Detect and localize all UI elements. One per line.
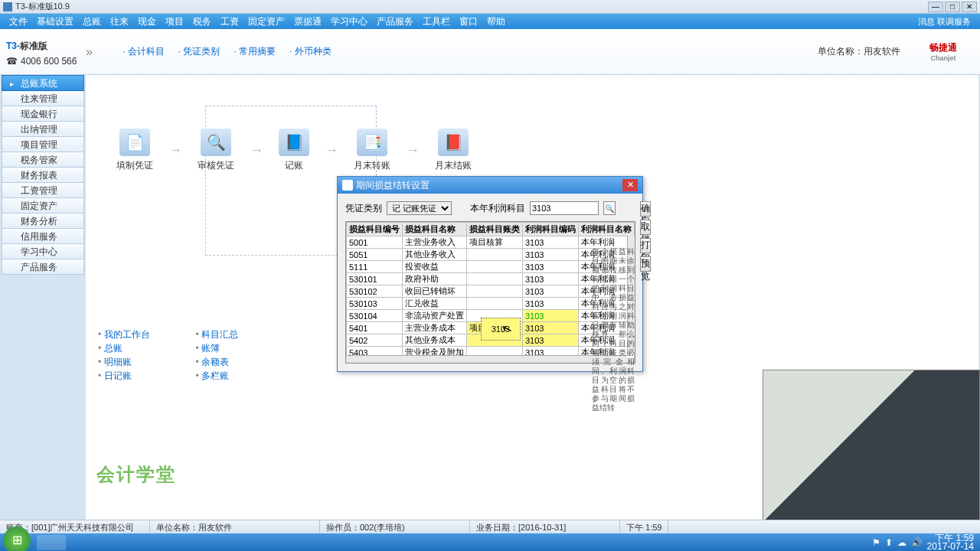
menu-learn[interactable]: 学习中心 — [326, 15, 372, 28]
menu-ar[interactable]: 往来 — [106, 15, 133, 28]
audit-icon: 🔍 — [201, 129, 231, 156]
link-balance[interactable]: 余额表 — [196, 355, 239, 369]
status-operator: 操作员：002(李培培) — [320, 520, 470, 533]
link-journal[interactable]: 日记账 — [98, 369, 150, 383]
link-detail[interactable]: 明细账 — [98, 355, 150, 369]
select-voucher-type[interactable]: 记 记账凭证 — [387, 201, 452, 215]
input-profit-subject[interactable] — [530, 201, 599, 215]
tray-icon[interactable]: ⚑ — [872, 537, 880, 548]
dialog-title: 期间损益结转设置 — [356, 179, 430, 192]
tray-icon[interactable]: 🔊 — [911, 537, 923, 548]
flow-node-audit[interactable]: 🔍审核凭证 — [198, 129, 234, 172]
sidebar-item-tax[interactable]: 税务管家 — [2, 152, 84, 168]
windows-taskbar: ⊞ ⚑ ⬆ ☁ 🔊 下午 1:592017-07-14 — [0, 533, 980, 551]
flow-node-close[interactable]: 📕月末结账 — [435, 129, 472, 172]
label-profit-subject: 本年利润科目 — [470, 202, 525, 215]
webcam-overlay — [763, 370, 980, 533]
scrollbar-horizontal[interactable] — [346, 355, 627, 363]
sidebar-item-gl[interactable]: 总账系统 — [2, 75, 84, 91]
menu-basic[interactable]: 基础设置 — [32, 15, 78, 28]
link-my-desk[interactable]: 我的工作台 — [98, 328, 150, 341]
table-header[interactable]: 损益科目账类 — [467, 223, 523, 236]
sidebar-item-fa[interactable]: 固定资产 — [2, 197, 84, 214]
window-titlebar: T3-标准版10.9 — □ ✕ — [0, 0, 980, 14]
sidebar-item-cashier[interactable]: 出纳管理 — [2, 121, 84, 137]
start-button[interactable]: ⊞ — [3, 527, 31, 552]
chanjet-logo: 畅捷通Chanjet — [916, 40, 971, 64]
table-header[interactable]: 利润科目编码 — [523, 223, 579, 236]
menu-project[interactable]: 项目 — [161, 15, 188, 28]
menu-product[interactable]: 产品服务 — [372, 15, 418, 28]
voucher-icon: 📄 — [119, 129, 150, 156]
menu-window[interactable]: 窗口 — [455, 15, 482, 28]
transfer-icon: 📑 — [357, 129, 387, 156]
tray-clock[interactable]: 下午 1:592017-07-14 — [927, 534, 974, 551]
post-icon: 📘 — [279, 129, 309, 156]
link-subj-summary[interactable]: 科目汇总 — [196, 328, 239, 341]
menu-bar: 文件 基础设置 总账 往来 现金 项目 税务 工资 固定资产 票据通 学习中心 … — [0, 14, 980, 29]
menu-tax[interactable]: 税务 — [188, 15, 216, 28]
quicklink-vouchertype[interactable]: · 凭证类别 — [178, 45, 220, 58]
dialog-period-pl-transfer: 期间损益结转设置 ✕ 凭证类别 记 记账凭证 本年利润科目 🔍 损益科目编号损益… — [337, 176, 643, 372]
quicklink-currency[interactable]: · 外币种类 — [289, 45, 332, 58]
sidebar-item-analysis[interactable]: 财务分析 — [2, 213, 84, 229]
link-gl[interactable]: 总账 — [98, 341, 150, 355]
phone-icon: ☎ — [6, 56, 18, 67]
close-button[interactable]: ✕ — [962, 2, 977, 12]
table-header[interactable]: 损益科目编号 — [347, 223, 403, 236]
quicklink-subjects[interactable]: · 会计科目 — [122, 45, 165, 58]
menu-bill[interactable]: 票据通 — [289, 15, 326, 28]
table-header[interactable]: 损益科目名称 — [403, 223, 467, 236]
taskbar-button[interactable] — [37, 535, 66, 550]
sidebar-item-credit[interactable]: 信用服务 — [2, 228, 84, 244]
link-books[interactable]: 账簿 — [196, 341, 239, 355]
maximize-button[interactable]: □ — [945, 2, 960, 12]
company-label: 单位名称：用友软件 — [818, 45, 900, 58]
flow-node-transfer[interactable]: 📑月末转账 — [354, 129, 390, 172]
system-tray[interactable]: ⚑ ⬆ ☁ 🔊 下午 1:592017-07-14 — [872, 534, 980, 551]
arrow-icon: → — [406, 142, 420, 158]
ok-button[interactable]: 确定 — [640, 201, 651, 217]
brand-logo: T3-标准版 — [6, 37, 80, 53]
tray-icon[interactable]: ☁ — [897, 537, 906, 548]
print-button[interactable]: 打印 — [640, 238, 651, 253]
tray-icon[interactable]: ⬆ — [885, 537, 893, 548]
window-title: T3-标准版10.9 — [15, 1, 928, 12]
menu-toolbar[interactable]: 工具栏 — [418, 15, 455, 28]
dialog-help-text: 每个损益科目的期末余额都转移到与其同一个的利润科目中。若损益科目与之对应的利润科… — [592, 247, 635, 412]
status-company: 单位名称：用友软件 — [150, 520, 320, 533]
sidebar-item-report[interactable]: 财务报表 — [2, 167, 84, 183]
status-bar: 账套：[001]广州天天科技有限公司 单位名称：用友软件 操作员：002(李培培… — [0, 520, 980, 533]
menu-fa[interactable]: 固定资产 — [243, 15, 289, 28]
menu-file[interactable]: 文件 — [5, 15, 32, 28]
dialog-titlebar[interactable]: 期间损益结转设置 ✕ — [338, 177, 642, 194]
minimize-button[interactable]: — — [928, 2, 943, 12]
menu-cash[interactable]: 现金 — [133, 15, 161, 28]
quicklink-summary[interactable]: · 常用摘要 — [234, 45, 276, 58]
sidebar-item-learn[interactable]: 学习中心 — [2, 243, 84, 259]
link-multi[interactable]: 多栏账 — [196, 369, 239, 383]
table-edit-cell[interactable]: 3103 — [481, 318, 521, 341]
sidebar-item-product[interactable]: 产品服务 — [2, 259, 84, 275]
watermark: 会计学堂 — [96, 462, 176, 487]
sidebar-item-cash[interactable]: 现金银行 — [2, 106, 84, 122]
support-phone: ☎4006 600 566 — [6, 56, 80, 67]
arrow-icon: → — [325, 142, 338, 158]
sidebar-item-ar[interactable]: 往来管理 — [2, 90, 84, 106]
flow-node-create[interactable]: 📄填制凭证 — [116, 129, 153, 172]
sidebar-item-project[interactable]: 项目管理 — [2, 136, 84, 152]
dialog-close-button[interactable]: ✕ — [622, 179, 638, 191]
nav-collapse-icon[interactable]: » — [86, 45, 100, 59]
flow-node-post[interactable]: 📘记账 — [279, 129, 309, 172]
sidebar-item-salary[interactable]: 工资管理 — [2, 182, 84, 198]
lookup-button[interactable]: 🔍 — [603, 201, 616, 215]
preview-button[interactable]: 预览 — [640, 256, 651, 272]
menu-help[interactable]: 帮助 — [482, 15, 510, 28]
menu-salary[interactable]: 工资 — [216, 15, 243, 28]
menu-gl[interactable]: 总账 — [78, 15, 106, 28]
cancel-button[interactable]: 取消 — [640, 220, 651, 235]
table-header[interactable]: 利润科目名称 — [579, 223, 635, 236]
menu-right-links[interactable]: 消息 联调服务 — [913, 16, 975, 28]
bottom-links: 我的工作台 总账 明细账 日记账 科目汇总 账簿 余额表 多栏账 — [98, 328, 238, 383]
status-bizdate: 业务日期：[2016-10-31] — [470, 520, 620, 533]
